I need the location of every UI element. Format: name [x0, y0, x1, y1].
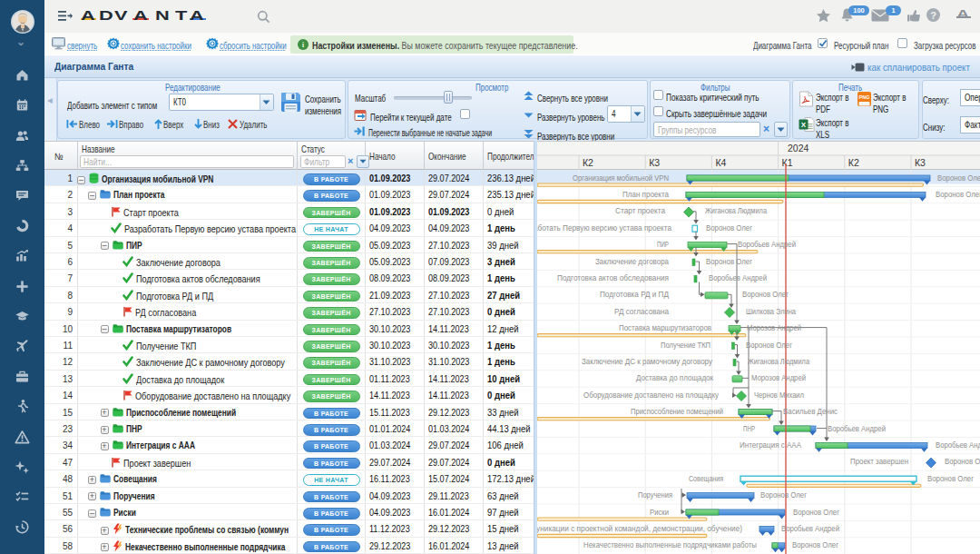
svg-text:Некачественно выполненные подр: Некачественно выполненные подрядчиками р…	[583, 540, 757, 549]
svg-text:Жиганова Людмила: Жиганова Людмила	[748, 357, 810, 366]
svg-text:Васильев Денис: Васильев Денис	[783, 407, 838, 416]
svg-text:Морозов Андрей: Морозов Андрей	[747, 323, 801, 332]
svg-text:Воронов Олег: Воронов Олег	[945, 457, 980, 466]
svg-text:2024: 2024	[788, 143, 809, 153]
svg-text:К2: К2	[583, 157, 593, 168]
svg-text:Воронов Олег: Воронов Олег	[937, 173, 980, 183]
svg-text:Воробьев Андрей: Воробьев Андрей	[936, 440, 980, 450]
svg-text:К3: К3	[649, 157, 660, 168]
svg-text:Поручения: Поручения	[638, 490, 672, 500]
svg-text:Воронов Олег: Воронов Олег	[792, 540, 839, 549]
svg-text:Заключение ДС к рамочному дого: Заключение ДС к рамочному договору	[582, 357, 712, 366]
svg-text:Заключение договора: Заключение договора	[595, 257, 670, 266]
svg-text:Риски: Риски	[650, 508, 669, 517]
svg-text:Оборудование доставлено на пло: Оборудование доставлено на площадку	[583, 391, 719, 400]
svg-text:Приспособление помещений: Приспособление помещений	[631, 407, 723, 416]
svg-text:Воронов Олег: Воронов Олег	[927, 474, 975, 483]
svg-text:К2: К2	[848, 157, 859, 168]
svg-text:Получение ТКП: Получение ТКП	[661, 341, 710, 350]
svg-text:Воронов Олег: Воронов Олег	[746, 341, 793, 350]
svg-text:План проекта: План проекта	[622, 190, 670, 199]
svg-text:ПНР: ПНР	[743, 424, 755, 433]
svg-text:Совещания: Совещания	[689, 474, 723, 483]
svg-text:Воронов Олег: Воронов Олег	[793, 508, 840, 517]
svg-text:Поставка маршрутизаторов: Поставка маршрутизаторов	[619, 323, 711, 332]
svg-text:Проект завершен: Проект завершен	[850, 457, 908, 466]
svg-text:Чернов Михаил: Чернов Михаил	[754, 391, 804, 400]
svg-text:Воронов Олег: Воронов Олег	[936, 190, 980, 199]
svg-text:Воробьев Андрей: Воробьев Андрей	[781, 524, 839, 533]
svg-text:Технические проблемы со связью: Технические проблемы со связью (коммуник…	[537, 524, 742, 533]
svg-text:Подготовка актов обследования: Подготовка актов обследования	[557, 273, 669, 282]
svg-text:Воронов Олег: Воронов Олег	[760, 490, 808, 500]
svg-text:К4: К4	[715, 157, 726, 168]
svg-text:PNG: PNG	[859, 94, 870, 100]
svg-text:Воробьев Андрей: Воробьев Андрей	[828, 424, 886, 433]
svg-text:X: X	[801, 121, 807, 129]
svg-text:Воробьев Андрей: Воробьев Андрей	[738, 240, 796, 249]
svg-text:Воробьев Андрей: Воробьев Андрей	[709, 273, 767, 282]
svg-text:ПИР: ПИР	[657, 240, 669, 249]
svg-text:Шилкова Элина: Шилкова Элина	[746, 307, 797, 316]
svg-text:К1: К1	[782, 157, 793, 168]
svg-text:Жиганова Людмила: Жиганова Людмила	[705, 206, 768, 215]
svg-text:РД согласована: РД согласована	[614, 307, 670, 316]
svg-text:Разработать Первую версию уста: Разработать Первую версию устава проекта	[537, 223, 672, 232]
svg-text:Воронов Олег: Воронов Олег	[706, 257, 753, 266]
svg-text:Организация мобильной VPN: Организация мобильной VPN	[573, 173, 669, 183]
svg-text:К3: К3	[915, 157, 926, 168]
svg-text:Воронов Олег: Воронов Олег	[706, 223, 753, 232]
svg-text:Старт проекта: Старт проекта	[615, 206, 666, 215]
svg-text:Интеграция с ААА: Интеграция с ААА	[740, 440, 802, 450]
svg-text:Морозов Андрей: Морозов Андрей	[751, 373, 806, 382]
svg-text:Доставка до площадок: Доставка до площадок	[636, 373, 714, 382]
svg-text:Воронов Олег: Воронов Олег	[742, 290, 789, 299]
svg-text:Подготовка РД и ПД: Подготовка РД и ПД	[600, 290, 670, 299]
